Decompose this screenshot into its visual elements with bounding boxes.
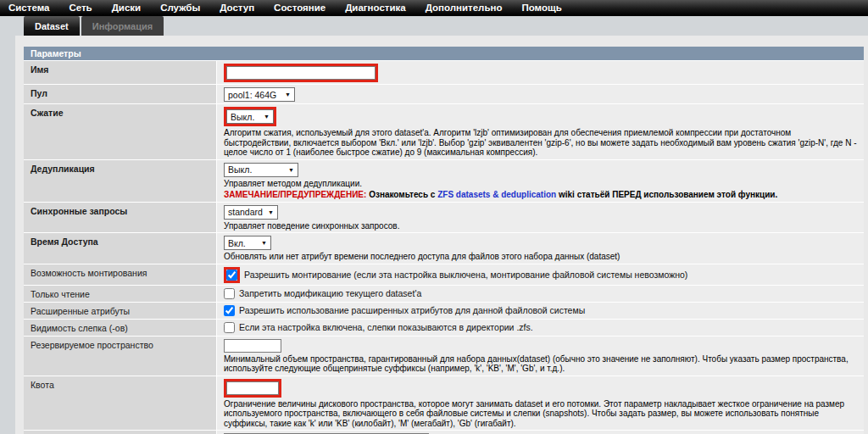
quota-input[interactable]	[226, 381, 279, 395]
sync-select-value: standard	[228, 207, 263, 217]
row-canmount: Возможность монтирования Разрешить монти…	[24, 264, 864, 286]
deduplication-select-value: Выкл.	[228, 164, 252, 175]
field-label-description: Описание	[24, 431, 217, 434]
row-readonly: Только чтение Запретить модификацию теку…	[24, 286, 864, 303]
row-reservation: Резервируемое пространство Минимальный о…	[24, 337, 864, 376]
pool-select[interactable]: pool1: 464G ▼	[224, 87, 295, 102]
xattr-text: Разрешить использование расширенных атри…	[239, 305, 585, 315]
menu-item-system[interactable]: Система	[8, 3, 49, 13]
field-label-xattr: Расширенные атрибуты	[24, 303, 217, 319]
field-label-deduplication: Дедупликация	[24, 160, 217, 202]
chevron-down-icon: ▼	[264, 114, 270, 120]
menu-item-disks[interactable]: Диски	[112, 3, 141, 13]
warning-text-after: wiki статьёй ПЕРЕД использованием этой ф…	[556, 190, 777, 199]
compression-description: Алгоритм сжатия, используемый для этого …	[224, 128, 857, 158]
snapdir-text: Если эта настройка включена, слепки пока…	[239, 322, 533, 332]
row-name: Имя	[24, 61, 864, 85]
annotation-box-name	[224, 64, 378, 82]
row-compression: Сжатие Выкл. ▼ Алгоритм сжатия, использу…	[24, 104, 864, 160]
menu-item-advanced[interactable]: Дополнительно	[426, 3, 503, 13]
main-menubar: Система Сеть Диски Службы Доступ Состоян…	[0, 0, 868, 16]
pool-select-value: pool1: 464G	[228, 90, 276, 100]
canmount-text: Разрешить монтирование (если эта настрой…	[244, 270, 687, 280]
row-quota: Квота Ограничение величины дискового про…	[24, 376, 864, 431]
row-snapdir: Видимость слепка (-ов) Если эта настройк…	[24, 320, 864, 337]
field-label-reservation: Резервируемое пространство	[24, 337, 217, 376]
row-sync: Синхронные запросы standard ▼ Управляет …	[24, 203, 864, 234]
chevron-down-icon: ▼	[268, 209, 274, 215]
xattr-checkbox[interactable]	[224, 305, 235, 316]
content-area: Параметры Имя Пул pool1: 464G ▼ Сжатие	[15, 36, 868, 434]
row-atime: Время Доступа Вкл. ▼ Обновлять или нет а…	[24, 233, 864, 264]
menu-item-services[interactable]: Службы	[160, 3, 200, 13]
deduplication-warning: ЗАМЕЧАНИЕ/ПРЕДУПРЕЖДЕНИЕ: Ознакомьтесь с…	[224, 190, 857, 200]
field-label-quota: Квота	[24, 376, 217, 431]
chevron-down-icon: ▼	[285, 92, 291, 97]
field-label-canmount: Возможность монтирования	[24, 264, 217, 285]
row-pool: Пул pool1: 464G ▼	[24, 85, 864, 104]
menu-item-network[interactable]: Сеть	[69, 3, 92, 13]
deduplication-select[interactable]: Выкл. ▼	[224, 163, 298, 177]
compression-select[interactable]: Выкл. ▼	[226, 109, 274, 124]
annotation-box-quota	[224, 379, 281, 398]
sync-description: Управляет поведение синхронных запросов.	[224, 221, 857, 231]
atime-select-value: Вкл.	[228, 238, 246, 248]
atime-select[interactable]: Вкл. ▼	[224, 236, 271, 250]
annotation-box-canmount	[224, 267, 240, 283]
zfs-wiki-link[interactable]: ZFS datasets & deduplication	[437, 190, 556, 199]
name-input[interactable]	[226, 66, 376, 80]
row-description: Описание Вы можете задать здесь свое опи…	[24, 431, 864, 434]
section-header-parameters: Параметры	[24, 47, 864, 61]
field-label-name: Имя	[24, 61, 217, 84]
reservation-input[interactable]	[224, 339, 281, 353]
deduplication-description: Управляет методом дедупликации.	[224, 179, 857, 189]
menu-item-help[interactable]: Помощь	[521, 3, 561, 13]
warning-text-before: Ознакомьтесь с	[366, 190, 437, 199]
reservation-description: Минимальный объем пространства, гарантир…	[224, 354, 857, 374]
snapdir-checkbox[interactable]	[224, 322, 235, 333]
menu-item-status[interactable]: Состояние	[274, 3, 326, 13]
field-label-sync: Синхронные запросы	[24, 203, 217, 233]
canmount-checkbox[interactable]	[226, 270, 237, 281]
tab-information[interactable]: Информация	[81, 16, 164, 36]
field-label-snapdir: Видимость слепка (-ов)	[24, 320, 217, 336]
row-deduplication: Дедупликация Выкл. ▼ Управляет методом д…	[24, 160, 864, 203]
field-label-readonly: Только чтение	[24, 286, 217, 302]
chevron-down-icon: ▼	[288, 167, 294, 173]
warning-prefix: ЗАМЕЧАНИЕ/ПРЕДУПРЕЖДЕНИЕ:	[224, 190, 366, 199]
readonly-text: Запретить модификацию текущего dataset'а	[239, 288, 421, 298]
tab-strip: Dataset Информация	[0, 16, 868, 36]
atime-description: Обновлять или нет атрибут времени послед…	[224, 252, 857, 262]
field-label-atime: Время Доступа	[24, 233, 217, 264]
compression-select-value: Выкл.	[231, 112, 254, 122]
menu-item-diagnostics[interactable]: Диагностика	[345, 3, 406, 13]
quota-description: Ограничение величины дискового пространс…	[224, 399, 857, 429]
parameters-table: Параметры Имя Пул pool1: 464G ▼ Сжатие	[24, 47, 864, 434]
tab-dataset[interactable]: Dataset	[24, 16, 80, 36]
row-xattr: Расширенные атрибуты Разрешить использов…	[24, 303, 864, 320]
chevron-down-icon: ▼	[261, 240, 267, 246]
field-label-pool: Пул	[24, 85, 217, 103]
readonly-checkbox[interactable]	[224, 288, 235, 299]
annotation-box-compression: Выкл. ▼	[224, 107, 276, 126]
field-label-compression: Сжатие	[24, 104, 217, 159]
sync-select[interactable]: standard ▼	[224, 205, 278, 220]
menu-item-access[interactable]: Доступ	[220, 3, 254, 13]
